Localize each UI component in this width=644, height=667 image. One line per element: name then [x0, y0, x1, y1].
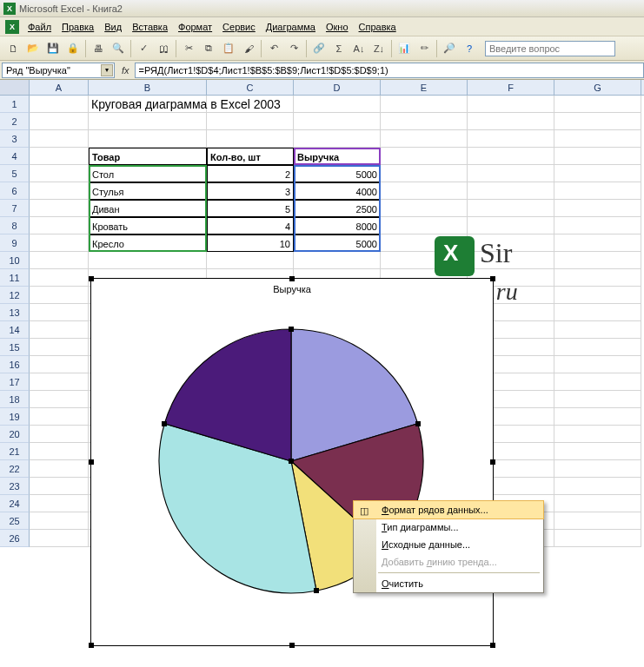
cell-B3[interactable] [89, 130, 207, 148]
cell-F3[interactable] [468, 130, 554, 148]
cell-A21[interactable] [30, 443, 89, 460]
row-header[interactable]: 23 [0, 478, 30, 495]
cell-B7[interactable]: Диван [89, 200, 207, 217]
slice-handle[interactable] [314, 588, 319, 593]
cell-A26[interactable] [30, 530, 89, 547]
cell-A15[interactable] [30, 339, 89, 356]
hyperlink-icon[interactable]: 🔗 [309, 39, 329, 58]
name-box[interactable]: Ряд "Выручка" ▾ [2, 63, 115, 78]
redo-icon[interactable]: ↷ [284, 39, 303, 58]
row-header[interactable]: 10 [0, 252, 30, 269]
cell-G11[interactable] [554, 269, 641, 287]
cell-B2[interactable] [89, 113, 207, 130]
cell-E7[interactable] [381, 200, 468, 217]
cell-F10[interactable] [468, 252, 554, 269]
cell-B8[interactable]: Кровать [89, 217, 207, 234]
cell-F4[interactable] [468, 148, 554, 165]
cell-G15[interactable] [554, 339, 641, 356]
worksheet-grid[interactable]: A B C D E F G 1Круговая диаграмма в Exce… [0, 80, 644, 667]
slice-handle[interactable] [415, 421, 421, 426]
new-doc-icon[interactable]: 🗋 [3, 39, 23, 58]
resize-handle[interactable] [89, 459, 94, 465]
cell-C5[interactable]: 2 [207, 165, 294, 182]
cell-C6[interactable]: 3 [207, 182, 294, 200]
cell-E1[interactable] [381, 96, 468, 113]
cell-F8[interactable] [468, 217, 554, 234]
col-header[interactable]: F [468, 80, 554, 95]
menu-edit[interactable]: Правка [56, 20, 99, 34]
cell-G10[interactable] [554, 252, 641, 269]
cell-C7[interactable]: 5 [207, 200, 294, 217]
cell-G1[interactable] [554, 96, 641, 113]
cell-G4[interactable] [554, 148, 641, 165]
cell-D3[interactable] [294, 130, 381, 148]
resize-handle[interactable] [89, 643, 94, 648]
row-header[interactable]: 2 [0, 113, 30, 130]
cell-G14[interactable] [554, 321, 641, 339]
cell-A17[interactable] [30, 373, 89, 391]
cell-B6[interactable]: Стулья [89, 182, 207, 200]
cell-G19[interactable] [554, 408, 641, 426]
autosum-icon[interactable]: Σ [329, 39, 349, 58]
paste-icon[interactable]: 📋 [219, 39, 238, 58]
row-header[interactable]: 26 [0, 530, 30, 547]
cell-G25[interactable] [554, 512, 641, 530]
cell-E8[interactable] [381, 217, 468, 234]
cell-E2[interactable] [381, 113, 468, 130]
cell-F2[interactable] [468, 113, 554, 130]
row-header[interactable]: 16 [0, 356, 30, 373]
resize-handle[interactable] [289, 643, 295, 648]
cell-A25[interactable] [30, 512, 89, 530]
preview-icon[interactable]: 🔍 [109, 39, 128, 58]
help-icon[interactable]: ? [460, 39, 479, 58]
cell-A12[interactable] [30, 287, 89, 304]
open-icon[interactable]: 📂 [23, 39, 43, 58]
menu-insert[interactable]: Вставка [127, 20, 173, 34]
cell-A5[interactable] [30, 165, 89, 182]
cell-G9[interactable] [554, 234, 641, 252]
row-header[interactable]: 21 [0, 443, 30, 460]
cell-A2[interactable] [30, 113, 89, 130]
cell-D1[interactable] [294, 96, 381, 113]
row-header[interactable]: 5 [0, 165, 30, 182]
cell-E4[interactable] [381, 148, 468, 165]
cell-E3[interactable] [381, 130, 468, 148]
help-search-input[interactable] [485, 41, 615, 56]
row-header[interactable]: 3 [0, 130, 30, 148]
row-header[interactable]: 14 [0, 321, 30, 339]
cell-G13[interactable] [554, 304, 641, 321]
cell-F9[interactable] [468, 234, 554, 252]
cell-A16[interactable] [30, 356, 89, 373]
cell-A4[interactable] [30, 148, 89, 165]
cell-A9[interactable] [30, 234, 89, 252]
cell-D2[interactable] [294, 113, 381, 130]
cell-A24[interactable] [30, 495, 89, 512]
research-icon[interactable]: 🕮 [154, 39, 173, 58]
cell-D10[interactable] [294, 252, 381, 269]
cell-C4[interactable]: Кол-во, шт [207, 148, 294, 165]
cell-E10[interactable] [381, 252, 468, 269]
save-icon[interactable]: 💾 [43, 39, 63, 58]
cell-A11[interactable] [30, 269, 89, 287]
cell-G17[interactable] [554, 373, 641, 391]
slice-handle[interactable] [289, 327, 294, 332]
copy-icon[interactable]: ⧉ [199, 39, 218, 58]
cell-F1[interactable] [468, 96, 554, 113]
cell-A23[interactable] [30, 478, 89, 495]
cell-G12[interactable] [554, 287, 641, 304]
row-header[interactable]: 15 [0, 339, 30, 356]
cell-A14[interactable] [30, 321, 89, 339]
cell-G26[interactable] [554, 530, 641, 547]
menu-window[interactable]: Окно [321, 20, 354, 34]
resize-handle[interactable] [289, 276, 295, 281]
cell-G18[interactable] [554, 391, 641, 408]
cell-G21[interactable] [554, 443, 641, 460]
undo-icon[interactable]: ↶ [264, 39, 283, 58]
cell-G3[interactable] [554, 130, 641, 148]
cell-D4[interactable]: Выручка [294, 148, 381, 165]
row-header[interactable]: 6 [0, 182, 30, 200]
cell-F5[interactable] [468, 165, 554, 182]
cell-G24[interactable] [554, 495, 641, 512]
cell-C1[interactable] [207, 96, 294, 113]
formula-input[interactable]: =РЯД(Лист1!$D$4;Лист1!$B$5:$B$9;Лист1!$D… [135, 63, 644, 78]
